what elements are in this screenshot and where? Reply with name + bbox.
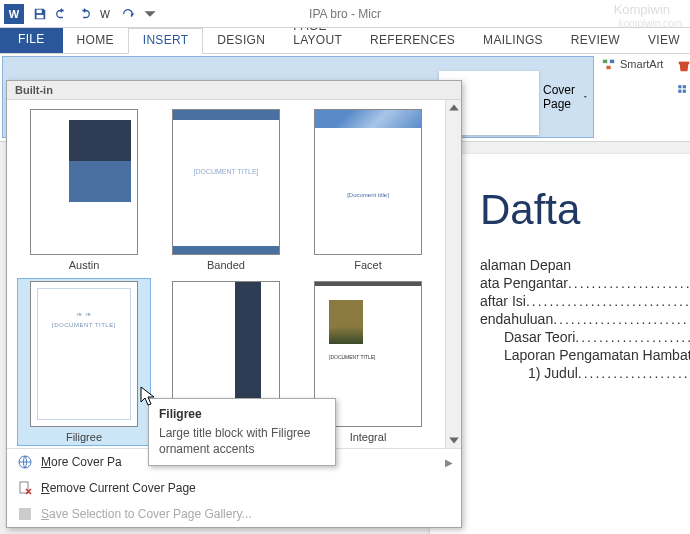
svg-rect-13 [603,60,607,64]
titlebar: W W IPA bro - Micr [0,0,690,28]
svg-rect-14 [610,60,614,64]
refresh-qat-icon[interactable] [118,4,138,24]
tab-insert[interactable]: INSERT [128,28,204,54]
tab-home[interactable]: HOME [63,29,128,53]
svg-text:W: W [100,7,110,19]
svg-rect-1 [37,14,44,18]
svg-rect-17 [679,85,682,88]
quick-access-toolbar: W W [4,4,160,24]
more-cover-pages-label: More Cover Pa [41,455,122,469]
remove-page-icon [17,480,33,496]
toc-line: 1) Judul................................… [480,364,690,382]
undo-icon[interactable] [52,4,72,24]
svg-rect-4 [490,104,502,109]
gallery-grid: [Document title] Austin [DOCUMENT TITLE]… [7,100,445,448]
document-title: IPA bro - Micr [309,7,381,21]
tab-references[interactable]: REFERENCES [356,29,469,53]
tooltip-title: Filigree [159,407,325,421]
toc-line: aftar Isi...............................… [480,292,690,310]
wikipedia-qat-icon[interactable]: W [96,4,116,24]
table-of-contents: alaman Depanata Pengantar...............… [480,256,690,382]
svg-rect-27 [19,508,31,520]
scroll-up-icon[interactable] [448,102,460,114]
redo-icon[interactable] [74,4,94,24]
svg-rect-18 [683,85,686,88]
save-to-gallery-label: Save Selection to Cover Page Gallery... [41,507,252,521]
svg-rect-16 [679,62,690,65]
svg-rect-3 [490,104,502,118]
toc-line: Dasar Teori.............................… [480,328,690,346]
globe-icon [17,454,33,470]
qat-customize-caret[interactable] [140,4,160,24]
remove-cover-page-button[interactable]: Remove Current Cover Page [7,475,461,501]
tab-view[interactable]: VIEW [634,29,690,53]
toc-line: ata Pengantar...........................… [480,274,690,292]
toc-line: Laporan Pengamatan Hambatan Seri........… [480,346,690,364]
svg-rect-19 [679,90,682,93]
remove-cover-page-label: Remove Current Cover Page [41,481,196,495]
save-to-gallery-button: Save Selection to Cover Page Gallery... [7,501,461,527]
page-heading: Dafta [480,186,690,234]
gallery-scrollbar[interactable] [445,100,461,448]
svg-rect-20 [683,90,686,93]
document-page[interactable]: Dafta alaman Depanata Pengantar.........… [430,154,690,534]
tooltip-filigree: Filigree Large title block with Filigree… [148,398,336,466]
tab-review[interactable]: REVIEW [557,29,634,53]
cover-page-label: Cover Page [543,83,579,111]
scroll-down-icon[interactable] [448,434,460,446]
svg-rect-15 [606,66,610,70]
toc-line: endahuluan..............................… [480,310,690,328]
gallery-item-austin[interactable]: [Document title] Austin [17,106,151,274]
my-apps-button[interactable]: My Apps [675,76,690,102]
tab-mailings[interactable]: MAILINGS [469,29,557,53]
svg-rect-26 [20,482,28,493]
word-app-icon[interactable]: W [4,4,24,24]
tab-design[interactable]: DESIGN [203,29,279,53]
save-page-icon [17,506,33,522]
svg-rect-0 [37,9,42,13]
tab-file[interactable]: FILE [0,27,63,53]
submenu-arrow-icon: ▶ [445,457,453,468]
gallery-item-banded[interactable]: [DOCUMENT TITLE] Banded [159,106,293,274]
tooltip-body: Large title block with Filigree ornament… [159,425,325,457]
store-button[interactable]: Store [675,58,690,74]
ribbon-tabs: FILE HOME INSERT DESIGN PAGE LAYOUT REFE… [0,28,690,54]
smartart-label: SmartArt [620,58,663,70]
toc-line: alaman Depan [480,256,690,274]
smartart-button[interactable]: SmartArt [600,56,665,72]
save-icon[interactable] [30,4,50,24]
gallery-item-filigree[interactable]: ❧ ❧[DOCUMENT TITLE] Filigree [17,278,151,446]
gallery-item-facet[interactable]: [Document title] Facet [301,106,435,274]
gallery-section-header: Built-in [7,81,461,100]
